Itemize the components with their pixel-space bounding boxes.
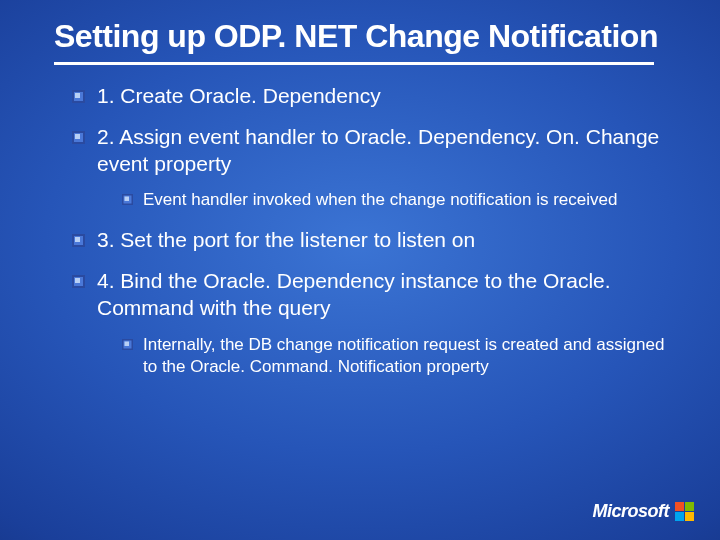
list-item: 1. Create Oracle. Dependency <box>72 83 672 110</box>
slide: Setting up ODP. NET Change Notification … <box>0 0 720 378</box>
sub-text: Event handler invoked when the change no… <box>143 189 617 211</box>
sub-list: Event handler invoked when the change no… <box>72 189 672 211</box>
list-item: 4. Bind the Oracle. Dependency instance … <box>72 268 672 322</box>
item-text: 1. Create Oracle. Dependency <box>97 83 381 110</box>
svg-rect-11 <box>75 237 80 242</box>
svg-rect-2 <box>75 93 80 98</box>
brand-text: Microsoft <box>593 501 670 522</box>
bullet-icon <box>72 131 85 144</box>
item-text: 2. Assign event handler to Oracle. Depen… <box>97 124 672 178</box>
sub-list: Internally, the DB change notification r… <box>72 334 672 378</box>
svg-rect-17 <box>125 342 130 347</box>
list-item: 3. Set the port for the listener to list… <box>72 227 672 254</box>
sub-item: Event handler invoked when the change no… <box>122 189 672 211</box>
title-underline <box>54 62 654 65</box>
svg-rect-14 <box>75 278 80 283</box>
content-area: 1. Create Oracle. Dependency 2. Assign e… <box>54 83 672 379</box>
svg-rect-8 <box>125 197 130 202</box>
sub-text: Internally, the DB change notification r… <box>143 334 672 378</box>
bullet-icon <box>72 90 85 103</box>
sub-bullet-icon <box>122 194 133 205</box>
item-text: 4. Bind the Oracle. Dependency instance … <box>97 268 672 322</box>
slide-title: Setting up ODP. NET Change Notification <box>54 18 672 56</box>
bullet-icon <box>72 275 85 288</box>
microsoft-logo: Microsoft <box>593 501 695 522</box>
sub-item: Internally, the DB change notification r… <box>122 334 672 378</box>
svg-rect-5 <box>75 134 80 139</box>
list-item: 2. Assign event handler to Oracle. Depen… <box>72 124 672 178</box>
microsoft-flag-icon <box>675 502 694 521</box>
bullet-icon <box>72 234 85 247</box>
item-text: 3. Set the port for the listener to list… <box>97 227 475 254</box>
sub-bullet-icon <box>122 339 133 350</box>
